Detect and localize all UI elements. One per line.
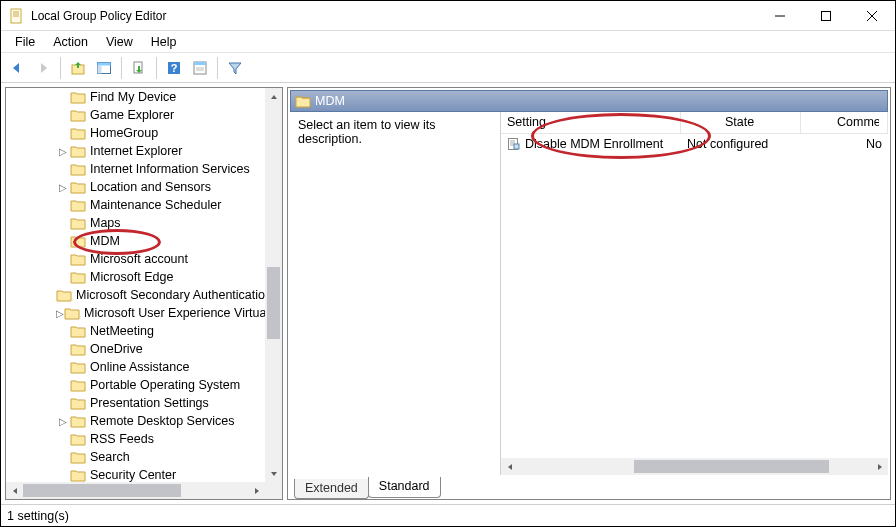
folder-icon [70, 126, 86, 140]
folder-icon [70, 252, 86, 266]
tree-item-label: Security Center [90, 468, 176, 482]
tree-item[interactable]: RSS Feeds [6, 430, 265, 448]
tree-item-label: Maps [90, 216, 121, 230]
tree-item[interactable]: Microsoft Secondary Authentication Facto… [6, 286, 265, 304]
expand-icon[interactable]: ▷ [56, 146, 70, 157]
menu-file[interactable]: File [7, 33, 43, 51]
scroll-right-button[interactable] [871, 458, 888, 475]
main-pane: MDM Select an item to view its descripti… [287, 87, 891, 500]
folder-icon [70, 108, 86, 122]
back-button[interactable] [5, 56, 29, 80]
up-button[interactable] [66, 56, 90, 80]
tree-item[interactable]: NetMeeting [6, 322, 265, 340]
folder-icon [70, 234, 86, 248]
tree-item[interactable]: Game Explorer [6, 106, 265, 124]
app-icon [9, 8, 25, 24]
svg-rect-11 [98, 65, 102, 73]
tree-item[interactable]: ▷Remote Desktop Services [6, 412, 265, 430]
tree-item[interactable]: OneDrive [6, 340, 265, 358]
tree-item[interactable]: Internet Information Services [6, 160, 265, 178]
folder-icon [70, 270, 86, 284]
help-button[interactable]: ? [162, 56, 186, 80]
tree-pane: Find My DeviceGame ExplorerHomeGroup▷Int… [5, 87, 283, 500]
list-row[interactable]: Disable MDM Enrollment Not configured No [501, 134, 888, 154]
minimize-button[interactable] [757, 1, 803, 30]
tree-item-label: Location and Sensors [90, 180, 211, 194]
tab-standard[interactable]: Standard [368, 477, 441, 498]
tree-item[interactable]: Search [6, 448, 265, 466]
body: Find My DeviceGame ExplorerHomeGroup▷Int… [1, 83, 895, 504]
scroll-down-button[interactable] [265, 465, 282, 482]
menubar: File Action View Help [1, 31, 895, 53]
tree-item-label: HomeGroup [90, 126, 158, 140]
tree-item[interactable]: MDM [6, 232, 265, 250]
setting-name: Disable MDM Enrollment [525, 137, 663, 151]
tree-vertical-scrollbar[interactable] [265, 88, 282, 482]
tree-item[interactable]: Find My Device [6, 88, 265, 106]
tree-item[interactable]: Portable Operating System [6, 376, 265, 394]
tree-item[interactable]: ▷Microsoft User Experience Virtualizatio… [6, 304, 265, 322]
tree-item-label: Microsoft Edge [90, 270, 173, 284]
folder-icon [56, 288, 72, 302]
titlebar: Local Group Policy Editor [1, 1, 895, 31]
folder-icon [295, 94, 311, 108]
forward-button[interactable] [31, 56, 55, 80]
tree-item-label: Microsoft account [90, 252, 188, 266]
tree-item[interactable]: Presentation Settings [6, 394, 265, 412]
tree-item-label: Online Assistance [90, 360, 189, 374]
content-header: MDM [290, 90, 888, 112]
maximize-button[interactable] [803, 1, 849, 30]
scroll-left-button[interactable] [6, 482, 23, 499]
col-comment[interactable]: Comment [801, 112, 888, 133]
properties-button[interactable] [188, 56, 212, 80]
tree-item[interactable]: Security Center [6, 466, 265, 482]
window-controls [757, 1, 895, 30]
tree-item[interactable]: ▷Internet Explorer [6, 142, 265, 160]
expand-icon[interactable]: ▷ [56, 416, 70, 427]
tree-item[interactable]: ▷Location and Sensors [6, 178, 265, 196]
svg-text:?: ? [171, 62, 178, 74]
menu-help[interactable]: Help [143, 33, 185, 51]
tree-item-label: Internet Information Services [90, 162, 250, 176]
tree-list[interactable]: Find My DeviceGame ExplorerHomeGroup▷Int… [6, 88, 265, 482]
tree-item[interactable]: Maps [6, 214, 265, 232]
list-horizontal-scrollbar[interactable] [501, 458, 888, 475]
tab-extended[interactable]: Extended [294, 479, 369, 499]
description-text: Select an item to view its description. [298, 118, 436, 146]
folder-icon [70, 468, 86, 482]
export-button[interactable] [127, 56, 151, 80]
expand-icon[interactable]: ▷ [56, 182, 70, 193]
col-setting[interactable]: Setting [501, 112, 681, 133]
folder-icon [70, 216, 86, 230]
statusbar: 1 setting(s) [1, 504, 895, 526]
tree-horizontal-scrollbar[interactable] [6, 482, 265, 499]
folder-icon [70, 378, 86, 392]
folder-icon [70, 396, 86, 410]
description-pane: Select an item to view its description. [290, 112, 500, 475]
expand-icon[interactable]: ▷ [56, 308, 64, 319]
window-title: Local Group Policy Editor [31, 9, 166, 23]
scroll-left-button[interactable] [501, 458, 518, 475]
scroll-up-button[interactable] [265, 88, 282, 105]
toolbar: ? [1, 53, 895, 83]
tree-item[interactable]: Online Assistance [6, 358, 265, 376]
show-hide-tree-button[interactable] [92, 56, 116, 80]
tree-item[interactable]: HomeGroup [6, 124, 265, 142]
tree-item-label: Game Explorer [90, 108, 174, 122]
menu-view[interactable]: View [98, 33, 141, 51]
col-state[interactable]: State [681, 112, 801, 133]
tree-item-label: MDM [90, 234, 120, 248]
filter-button[interactable] [223, 56, 247, 80]
tree-item[interactable]: Microsoft account [6, 250, 265, 268]
tree-item[interactable]: Maintenance Scheduler [6, 196, 265, 214]
view-tabs: Extended Standard [288, 477, 890, 499]
svg-rect-5 [822, 11, 831, 20]
tree-item[interactable]: Microsoft Edge [6, 268, 265, 286]
scroll-right-button[interactable] [248, 482, 265, 499]
close-button[interactable] [849, 1, 895, 30]
folder-icon [70, 360, 86, 374]
menu-action[interactable]: Action [45, 33, 96, 51]
folder-icon [70, 324, 86, 338]
tree-item-label: RSS Feeds [90, 432, 154, 446]
folder-icon [70, 450, 86, 464]
